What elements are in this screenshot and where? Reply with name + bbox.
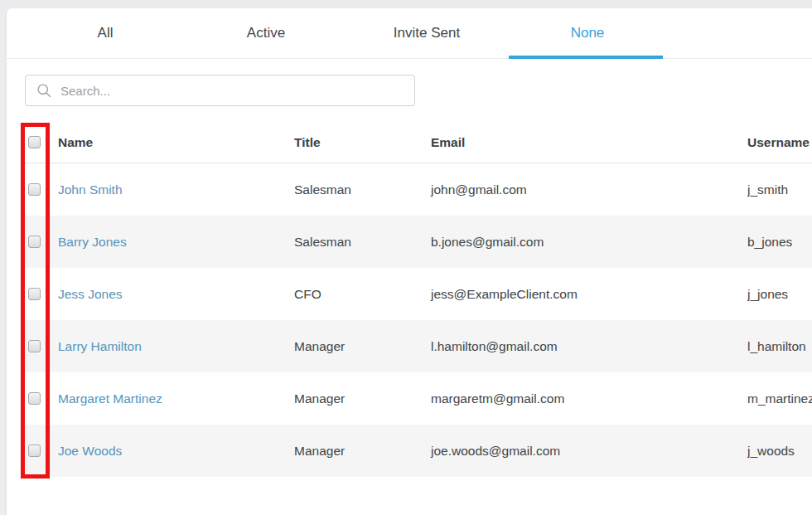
- user-name-cell: Jess Jones: [58, 287, 294, 302]
- table-header-row: Name Title Email Username: [25, 122, 812, 163]
- user-name-cell: John Smith: [58, 182, 294, 197]
- user-email: b.jones@gmail.com: [431, 235, 747, 250]
- column-header-email[interactable]: Email: [431, 135, 747, 150]
- header-checkbox-cell: [25, 136, 58, 148]
- select-all-checkbox[interactable]: [28, 136, 41, 148]
- user-name-link[interactable]: Margaret Martinez: [58, 391, 162, 406]
- user-name-cell: Joe Woods: [58, 444, 294, 459]
- table-row: Margaret Martinez Manager margaretm@gmai…: [25, 372, 812, 425]
- user-username: j_smith: [747, 182, 812, 197]
- column-header-username[interactable]: Username: [747, 135, 812, 150]
- table-row: John Smith Salesman john@gmail.com j_smi…: [25, 163, 812, 216]
- tab-bar: All Active Invite Sent None: [7, 8, 812, 59]
- user-username: j_woods: [747, 444, 812, 459]
- row-checkbox-cell: [25, 183, 58, 196]
- row-checkbox[interactable]: [28, 445, 41, 457]
- panel-content: Name Title Email Username John Smith Sal…: [7, 59, 812, 477]
- user-title: Salesman: [294, 235, 431, 250]
- table-row: Larry Hamilton Manager l.hamilton@gmail.…: [25, 320, 812, 372]
- user-email: l.hamilton@gmail.com: [431, 339, 747, 354]
- tab-active[interactable]: Active: [186, 8, 346, 58]
- user-name-link[interactable]: Jess Jones: [58, 287, 123, 301]
- user-name-cell: Margaret Martinez: [58, 391, 294, 406]
- users-panel: All Active Invite Sent None Name Title E…: [7, 8, 812, 515]
- user-name-link[interactable]: Joe Woods: [58, 444, 122, 458]
- row-checkbox[interactable]: [28, 236, 41, 248]
- user-title: Manager: [294, 339, 431, 354]
- row-checkbox[interactable]: [28, 288, 41, 300]
- table-row: Jess Jones CFO jess@ExampleClient.com j_…: [25, 268, 812, 320]
- table-row: Barry Jones Salesman b.jones@gmail.com b…: [25, 216, 812, 268]
- user-name-cell: Larry Hamilton: [58, 339, 294, 354]
- search-box[interactable]: [25, 75, 415, 106]
- row-checkbox[interactable]: [28, 392, 41, 405]
- user-name-cell: Barry Jones: [58, 235, 294, 250]
- tab-invite-sent[interactable]: Invite Sent: [346, 8, 507, 58]
- user-name-link[interactable]: Larry Hamilton: [58, 339, 142, 353]
- user-name-link[interactable]: John Smith: [58, 182, 123, 197]
- user-username: m_martinez: [747, 391, 812, 406]
- search-icon: [36, 83, 52, 99]
- tab-none[interactable]: None: [507, 8, 668, 58]
- tab-label: All: [98, 25, 114, 41]
- user-email: jess@ExampleClient.com: [431, 287, 747, 302]
- table-row: Joe Woods Manager joe.woods@gmail.com j_…: [25, 425, 812, 477]
- user-name-link[interactable]: Barry Jones: [58, 235, 127, 249]
- users-table: Name Title Email Username John Smith Sal…: [25, 122, 812, 477]
- user-title: Salesman: [294, 182, 431, 197]
- user-title: Manager: [294, 391, 431, 406]
- row-checkbox[interactable]: [28, 183, 41, 196]
- user-email: joe.woods@gmail.com: [431, 444, 747, 459]
- tab-label: Invite Sent: [394, 25, 460, 41]
- row-checkbox-cell: [25, 288, 58, 300]
- user-username: l_hamilton: [747, 339, 812, 354]
- column-header-title[interactable]: Title: [294, 135, 431, 150]
- user-username: j_jones: [747, 287, 812, 302]
- user-email: john@gmail.com: [431, 182, 747, 197]
- tab-label: Active: [247, 25, 285, 41]
- user-title: CFO: [294, 287, 431, 302]
- row-checkbox-cell: [25, 340, 58, 352]
- user-email: margaretm@gmail.com: [431, 391, 747, 406]
- tab-all[interactable]: All: [25, 8, 186, 58]
- user-username: b_jones: [747, 235, 812, 250]
- row-checkbox-cell: [25, 392, 58, 405]
- row-checkbox-cell: [25, 236, 58, 248]
- row-checkbox-cell: [25, 445, 58, 457]
- search-input[interactable]: [60, 84, 414, 98]
- tab-label: None: [571, 25, 605, 41]
- user-title: Manager: [294, 444, 431, 459]
- row-checkbox[interactable]: [28, 340, 41, 352]
- column-header-name[interactable]: Name: [58, 135, 294, 150]
- table-body: John Smith Salesman john@gmail.com j_smi…: [25, 163, 812, 477]
